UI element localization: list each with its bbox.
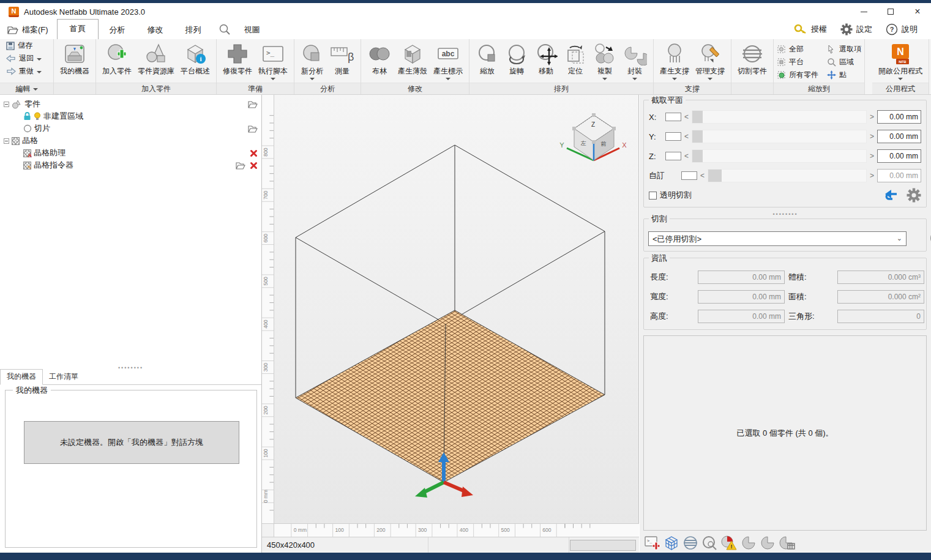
clipping-settings-gear-icon[interactable] (907, 188, 921, 203)
clip-custom-slider[interactable] (708, 169, 867, 182)
slider-right-arrow[interactable]: > (870, 113, 874, 121)
tree-item-lattice[interactable]: 晶格 (0, 135, 261, 147)
tree-item-nonbuild[interactable]: 非建置區域 (0, 110, 261, 122)
minimize-button[interactable] (850, 4, 877, 20)
tab-my-machine[interactable]: 我的機器 (0, 369, 43, 385)
tab-home[interactable]: 首頁 (57, 19, 99, 39)
create-support-button[interactable]: 產生支撐 (657, 41, 692, 80)
slice-view-icon[interactable] (682, 535, 698, 551)
slider-right-arrow[interactable]: > (870, 171, 874, 180)
cube-left-face-label[interactable]: 左 (581, 140, 586, 146)
rotate-button[interactable]: 旋轉 (502, 41, 531, 77)
move-button[interactable]: 移動 (531, 41, 561, 77)
run-script-caret[interactable] (271, 78, 275, 80)
search-button[interactable] (212, 23, 233, 39)
edit-group-label[interactable]: 編輯 (0, 83, 53, 94)
clip-z-slider[interactable] (692, 149, 867, 163)
create-shell-button[interactable]: 產生薄殼 (395, 41, 430, 77)
zoom-platform-button[interactable]: 平台 (777, 56, 818, 69)
add-part-button[interactable]: 加入零件 (99, 41, 135, 77)
clip-y-checkbox[interactable] (665, 132, 681, 141)
duplicate-caret[interactable] (602, 78, 607, 80)
transparent-cut-checkbox[interactable] (649, 192, 657, 200)
clip-y-slider-thumb[interactable] (692, 130, 703, 143)
reset-undo-icon[interactable] (883, 189, 899, 202)
clip-x-checkbox[interactable] (665, 113, 681, 121)
wireframe-cube-icon[interactable] (664, 535, 679, 551)
tree-item-lattice-assistant[interactable]: A 晶格助理 (0, 147, 261, 159)
redo-dropdown-caret[interactable] (37, 71, 42, 73)
measure-button[interactable]: β 測量 (327, 41, 357, 77)
cube-front-face-label[interactable]: 前 (601, 141, 607, 147)
build-platform-grid[interactable] (296, 310, 605, 482)
slider-left-arrow[interactable]: < (684, 113, 689, 121)
tab-view[interactable]: 視圖 (233, 21, 271, 39)
clip-z-checkbox[interactable] (665, 152, 681, 160)
tree-item-slices[interactable]: 切片 (0, 122, 261, 135)
my-machine-button[interactable]: 我的機器 (57, 41, 92, 77)
zoom-magnifier-icon[interactable] (701, 535, 717, 551)
delete-icon[interactable] (250, 162, 258, 170)
duplicate-button[interactable]: 複製 (590, 41, 619, 80)
cut-mode-dropdown[interactable]: <已停用切割> ⌄ (648, 231, 907, 246)
undo-button[interactable]: 退回 (0, 52, 53, 65)
clip-y-slider[interactable] (692, 130, 867, 143)
open-folder-icon[interactable] (248, 100, 258, 108)
cut-part-button[interactable]: 切割零件 (735, 41, 770, 77)
collapse-icon[interactable] (4, 138, 9, 144)
pack-icon-1[interactable] (741, 535, 757, 551)
slider-right-arrow[interactable]: > (870, 152, 874, 160)
redo-button[interactable]: 重做 (0, 65, 53, 78)
delete-icon[interactable] (250, 149, 258, 157)
license-button[interactable]: 授權 (789, 23, 832, 36)
open-utility-caret[interactable] (898, 78, 903, 80)
zoom-all-button[interactable]: 全部 (777, 43, 818, 56)
clip-x-slider-thumb[interactable] (692, 111, 703, 123)
maximize-button[interactable] (877, 4, 904, 20)
scale-button[interactable]: 縮放 (473, 41, 502, 77)
tree-item-parts[interactable]: 零件 (0, 98, 261, 110)
clip-custom-checkbox[interactable] (681, 171, 697, 180)
boolean-button[interactable]: 布林 (364, 41, 395, 77)
view-cube[interactable]: Z 左 前 Y X (559, 113, 627, 160)
tab-worklist[interactable]: 工作清單 (43, 370, 84, 384)
run-script-button[interactable]: >_ 執行腳本 (255, 41, 291, 80)
save-button[interactable]: 儲存 (0, 39, 53, 52)
part-library-button[interactable]: 零件資源庫 (135, 41, 178, 77)
tab-analysis[interactable]: 分析 (99, 21, 136, 39)
clip-x-slider[interactable] (692, 110, 867, 124)
slider-left-arrow[interactable]: < (684, 132, 689, 141)
viewport-3d[interactable]: 8007006005004003002001000 mm 0 mm1002003… (262, 95, 639, 537)
zoom-region-button[interactable]: 區域 (827, 56, 861, 69)
pack-icon-2[interactable] (760, 535, 776, 551)
create-label-button[interactable]: abc 產生標示 (430, 41, 466, 80)
pack-button[interactable]: 封裝 (619, 41, 650, 80)
clip-y-value[interactable]: 0.00 mm (877, 130, 921, 143)
slider-left-arrow[interactable]: < (700, 171, 705, 180)
new-analysis-caret[interactable] (310, 78, 315, 80)
manage-support-caret[interactable] (708, 78, 712, 80)
tab-modify[interactable]: 修改 (136, 21, 174, 39)
machine-not-set-button[interactable]: 未設定機器。開啟「我的機器」對話方塊 (24, 421, 239, 464)
right-panel-splitter[interactable]: •••••••• (640, 211, 931, 217)
create-label-caret[interactable] (446, 78, 451, 80)
pack-grid-icon[interactable] (779, 535, 796, 551)
zoom-selection-button[interactable]: 選取項 (827, 43, 861, 56)
collapse-icon[interactable] (4, 102, 9, 107)
tree-item-lattice-commander[interactable]: ✎ 晶格指令器 (0, 159, 261, 171)
zoom-point-button[interactable]: 點 (827, 69, 861, 81)
bulb-icon[interactable] (34, 112, 41, 121)
manage-support-button[interactable]: 管理支撐 (692, 41, 728, 80)
analysis-warning-icon[interactable]: ! (720, 535, 738, 551)
new-analysis-button[interactable]: 新分析 (297, 41, 327, 80)
platform-overview-button[interactable]: i 平台概述 (178, 41, 213, 77)
position-button[interactable]: 定位 (561, 41, 590, 77)
run-script-add-icon[interactable]: >_ (645, 535, 660, 551)
open-folder-icon[interactable] (248, 125, 258, 133)
create-support-caret[interactable] (672, 78, 677, 80)
scene-3d[interactable]: Z 左 前 Y X (274, 95, 639, 523)
slider-right-arrow[interactable]: > (870, 132, 874, 141)
open-folder-icon[interactable] (236, 162, 245, 170)
clip-custom-slider-thumb[interactable] (708, 170, 722, 182)
close-button[interactable]: × (904, 4, 931, 20)
